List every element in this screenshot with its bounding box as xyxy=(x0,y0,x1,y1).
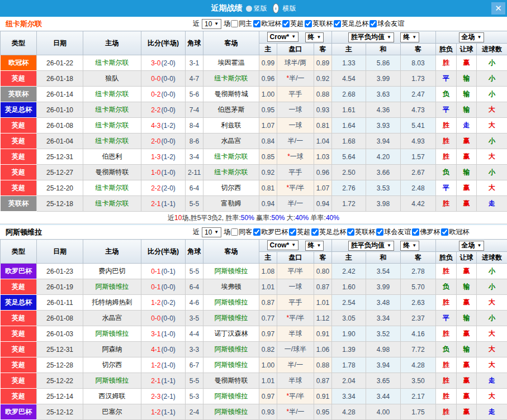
layout-horizontal-option[interactable]: 横版 xyxy=(271,3,296,13)
league-checkbox[interactable] xyxy=(282,20,290,27)
vertical-layout-label[interactable]: 竖版 xyxy=(254,4,267,13)
recent-count-select[interactable]: 10 ▼ xyxy=(202,19,221,29)
match-row: 英超25-12-31阿森纳4-1(0-0)3-3阿斯顿维拉0.82一/球半1.0… xyxy=(1,342,507,357)
handicap: *平/半 xyxy=(277,180,314,196)
bookmaker-select[interactable]: Crow*▼ xyxy=(267,32,299,42)
away-team: 纽卡斯尔联 xyxy=(203,71,259,87)
type-badge: 英足总杯 xyxy=(1,102,37,118)
handicap: 平/半 xyxy=(277,264,314,279)
league-filter[interactable]: 欧冠杯 xyxy=(253,19,281,28)
league-label[interactable]: 英足总杯 xyxy=(319,227,346,237)
league-filter[interactable]: 英足总杯 xyxy=(333,19,368,28)
result-handicap: 赢 xyxy=(457,373,477,389)
score: 0-1(0-1) xyxy=(141,264,186,279)
avg-odds-select[interactable]: 胜平负均值▼ xyxy=(348,241,394,251)
match-row: 英超26-01-19阿斯顿维拉0-1(0-0)6-4埃弗顿1.01一球0.871… xyxy=(1,279,507,295)
odds-stage-select[interactable]: 终▼ xyxy=(305,241,324,251)
league-label[interactable]: 球会友谊 xyxy=(384,227,411,237)
recent-count-select[interactable]: 10 ▼ xyxy=(202,227,221,237)
league-label[interactable]: 英联杯 xyxy=(312,19,333,28)
league-label[interactable]: 英联杯 xyxy=(355,227,375,237)
home-team: 纽卡斯尔联 xyxy=(83,180,141,196)
league-checkbox[interactable] xyxy=(441,228,448,236)
corners: 8-4 xyxy=(186,118,203,133)
bookmaker-select[interactable]: Crow*▼ xyxy=(267,240,299,250)
league-filter[interactable]: 欧罗巴杯 xyxy=(253,227,288,237)
league-checkbox[interactable] xyxy=(369,20,377,27)
corners: 4-4 xyxy=(186,326,203,342)
avg-odds-select[interactable]: 胜平负均值▼ xyxy=(348,32,394,42)
handicap: 半/一 xyxy=(277,133,314,149)
radio-unselected-icon[interactable] xyxy=(246,6,252,12)
horizontal-layout-label[interactable]: 横版 xyxy=(283,4,296,13)
odds-away: 1.01 xyxy=(314,295,332,311)
same-venue-checkbox[interactable] xyxy=(231,20,238,27)
avg-away: 4.42 xyxy=(401,196,436,212)
avg-away: 8.03 xyxy=(401,55,436,71)
avg-home: 1.39 xyxy=(332,342,366,357)
result-goals: 小 xyxy=(477,71,507,87)
score: 0-2(0-0) xyxy=(141,87,186,102)
league-checkbox[interactable] xyxy=(412,228,419,236)
odds-away: 0.92 xyxy=(314,71,332,87)
odds-away: 0.95 xyxy=(314,404,332,420)
avg-home: 2.42 xyxy=(332,264,366,279)
league-label[interactable]: 佛罗杯 xyxy=(420,227,440,237)
league-filter[interactable]: 英超 xyxy=(288,227,310,237)
league-filter[interactable]: 英联杯 xyxy=(347,227,375,237)
league-checkbox[interactable] xyxy=(253,20,260,27)
handicap: 平手 xyxy=(277,87,314,102)
avg-draw: 3.63 xyxy=(366,87,401,102)
league-label[interactable]: 欧冠杯 xyxy=(261,19,281,28)
result-handicap: 输 xyxy=(457,165,477,180)
league-label[interactable]: 球会友谊 xyxy=(377,19,404,28)
result-goals: 大 xyxy=(477,295,507,311)
corners: 3-1 xyxy=(186,55,203,71)
league-filter[interactable]: 英足总杯 xyxy=(311,227,346,237)
league-checkbox[interactable] xyxy=(289,228,296,236)
handicap: 半/一 xyxy=(277,357,314,373)
away-team: 诺丁汉森林 xyxy=(203,326,259,342)
same-venue-label[interactable]: 同主 xyxy=(239,19,252,28)
odds-away: 1.07 xyxy=(314,180,332,196)
layout-vertical-option[interactable]: 竖版 xyxy=(246,4,267,13)
league-checkbox[interactable] xyxy=(347,228,354,236)
same-venue-checkbox[interactable] xyxy=(231,228,238,236)
league-checkbox[interactable] xyxy=(311,228,319,236)
scope-select[interactable]: 全场▼ xyxy=(459,32,485,42)
close-button[interactable]: ✕ xyxy=(491,2,505,15)
radio-selected-icon[interactable] xyxy=(273,3,279,13)
odds-stage-select[interactable]: 终▼ xyxy=(305,32,324,42)
league-filter[interactable]: 英超 xyxy=(282,19,304,28)
match-date: 26-01-08 xyxy=(37,118,83,133)
league-filter[interactable]: 球会友谊 xyxy=(369,19,404,28)
avg-stage-select[interactable]: 终▼ xyxy=(400,32,419,42)
league-label[interactable]: 欧罗巴杯 xyxy=(261,227,288,237)
avg-stage-select[interactable]: 终▼ xyxy=(400,241,419,251)
scope-select[interactable]: 全场▼ xyxy=(459,241,485,251)
league-checkbox[interactable] xyxy=(253,228,260,236)
league-filter[interactable]: 佛罗杯 xyxy=(411,227,440,237)
league-checkbox[interactable] xyxy=(376,228,383,236)
match-date: 26-01-18 xyxy=(37,71,83,87)
result-goals: 小 xyxy=(477,165,507,180)
league-label[interactable]: 英超 xyxy=(290,19,304,28)
away-team: 阿斯顿维拉 xyxy=(203,342,259,357)
league-label[interactable]: 欧冠杯 xyxy=(449,227,469,237)
col-score: 比分(半场) xyxy=(141,31,186,55)
same-venue-label[interactable]: 同客 xyxy=(239,227,252,237)
avg-home: 4.54 xyxy=(332,71,366,87)
score: 0-0(0-0) xyxy=(141,311,186,326)
league-label[interactable]: 英足总杯 xyxy=(342,19,368,28)
league-filter[interactable]: 球会友谊 xyxy=(376,227,411,237)
league-filter[interactable]: 欧冠杯 xyxy=(440,227,469,237)
league-checkbox[interactable] xyxy=(334,20,341,27)
league-label[interactable]: 英超 xyxy=(297,227,310,237)
competition-badge: 英超 xyxy=(1,326,36,341)
league-checkbox[interactable] xyxy=(305,20,312,27)
away-team: 利兹联 xyxy=(203,118,259,133)
same-venue-filter[interactable]: 同主 xyxy=(230,19,252,28)
home-team: 纽卡斯尔联 xyxy=(83,87,141,102)
same-venue-filter[interactable]: 同客 xyxy=(230,227,252,237)
league-filter[interactable]: 英联杯 xyxy=(304,19,333,28)
